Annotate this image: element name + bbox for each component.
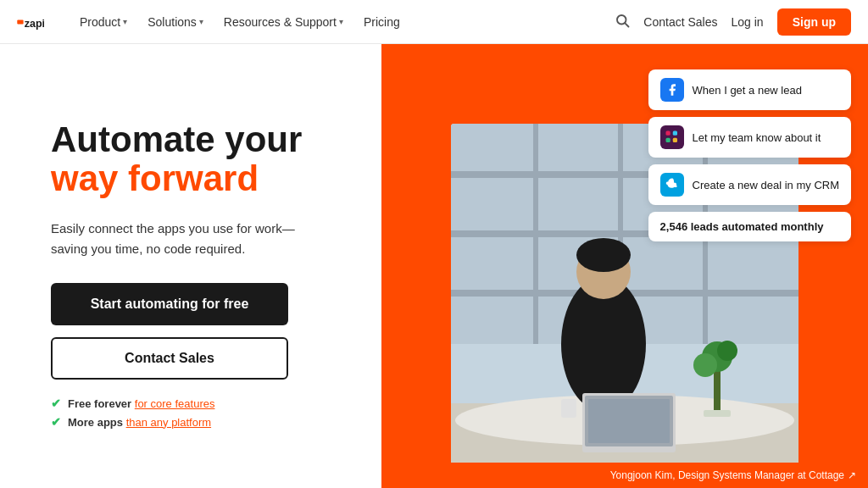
nav-resources[interactable]: Resources & Support ▾: [215, 10, 352, 34]
slack-icon: [660, 125, 684, 149]
hero-subtitle: Easily connect the apps you use for work…: [51, 219, 305, 259]
nav-product[interactable]: Product ▾: [71, 10, 136, 34]
feature-apps: ✔ More apps than any platform: [51, 415, 339, 429]
salesforce-icon: [660, 173, 684, 197]
nav-right: Contact Sales Log in Sign up: [615, 8, 851, 36]
main-content: Automate your way forward Easily connect…: [0, 44, 868, 488]
check-icon: ✔: [51, 396, 61, 410]
chevron-down-icon: ▾: [339, 17, 343, 26]
svg-line-3: [626, 23, 629, 26]
caption-text: Yongjoon Kim, Design Systems Manager at …: [610, 469, 844, 481]
svg-rect-20: [561, 399, 576, 418]
navbar: zapier Product ▾ Solutions ▾ Resources &…: [0, 0, 868, 44]
automation-card-facebook: When I get a new lead: [648, 69, 851, 110]
automation-card-text: Create a new deal in my CRM: [693, 179, 839, 191]
login-link[interactable]: Log in: [732, 15, 764, 29]
svg-text:zapier: zapier: [25, 17, 44, 29]
svg-rect-27: [672, 131, 676, 136]
stat-text: 2,546 leads automated monthly: [660, 220, 824, 233]
chevron-down-icon: ▾: [123, 17, 127, 26]
hero-right: When I get a new lead Let my team know a…: [381, 44, 868, 488]
svg-point-24: [717, 341, 737, 361]
stat-card: 2,546 leads automated monthly: [648, 212, 851, 241]
automation-card-text: When I get a new lead: [693, 84, 802, 97]
automation-card-salesforce: Create a new deal in my CRM: [648, 164, 851, 205]
contact-sales-link[interactable]: Contact Sales: [643, 15, 717, 29]
automation-cards: When I get a new lead Let my team know a…: [648, 69, 851, 241]
nav-pricing[interactable]: Pricing: [355, 10, 409, 34]
feature-free: ✔ Free forever for core features: [51, 396, 339, 410]
image-caption: Yongjoon Kim, Design Systems Manager at …: [381, 463, 868, 488]
logo[interactable]: zapier: [17, 13, 47, 31]
automation-card-text: Let my team know about it: [693, 131, 821, 144]
svg-point-16: [576, 238, 631, 272]
check-icon: ✔: [51, 415, 61, 429]
search-icon[interactable]: [615, 13, 630, 31]
nav-links: Product ▾ Solutions ▾ Resources & Suppor…: [71, 10, 615, 34]
automation-card-slack: Let my team know about it: [648, 117, 851, 158]
hero-title: Automate your way forward: [51, 120, 339, 219]
external-link-icon: ↗: [848, 469, 856, 481]
svg-rect-28: [665, 138, 670, 142]
start-automating-button[interactable]: Start automating for free: [51, 283, 288, 325]
svg-rect-25: [704, 410, 731, 417]
svg-rect-0: [17, 19, 23, 24]
features-list: ✔ Free forever for core features ✔ More …: [51, 396, 339, 429]
signup-button[interactable]: Sign up: [777, 8, 851, 36]
nav-solutions[interactable]: Solutions ▾: [139, 10, 212, 34]
facebook-icon: [660, 78, 684, 102]
svg-rect-26: [665, 131, 670, 136]
svg-rect-19: [588, 399, 670, 443]
svg-rect-29: [672, 138, 676, 142]
chevron-down-icon: ▾: [199, 17, 203, 26]
contact-sales-button[interactable]: Contact Sales: [51, 337, 288, 380]
hero-title-accent: way forward: [51, 159, 339, 198]
svg-point-23: [693, 353, 717, 377]
hero-left: Automate your way forward Easily connect…: [0, 44, 381, 488]
